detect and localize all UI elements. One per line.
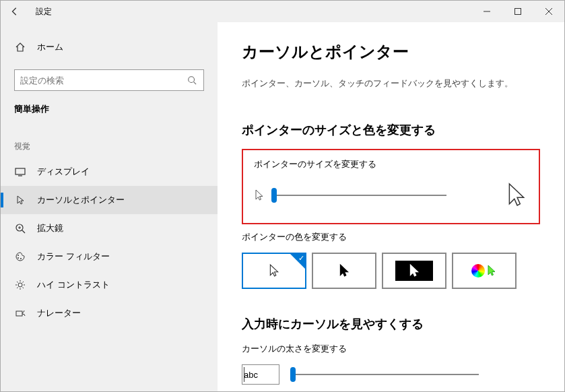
svg-line-23 [23, 282, 24, 283]
slider-thumb[interactable] [271, 188, 277, 203]
svg-point-14 [20, 258, 22, 259]
cursor-thickness-slider[interactable] [290, 374, 479, 375]
page-heading: カーソルとポインター [242, 41, 540, 63]
highlight-box: ポインターのサイズを変更する [242, 149, 540, 224]
sidebar-item-label: カーソルとポインター [37, 194, 125, 206]
search-box[interactable] [14, 69, 204, 91]
back-button[interactable] [1, 1, 29, 22]
svg-rect-1 [515, 9, 521, 15]
pointer-color-options [242, 253, 540, 289]
color-option-custom[interactable] [452, 253, 517, 289]
color-option-inverted[interactable] [382, 253, 446, 289]
section-heading: ポインターのサイズと色を変更する [242, 122, 540, 138]
rainbow-icon [471, 264, 485, 277]
svg-line-5 [194, 82, 197, 85]
svg-line-9 [22, 230, 25, 233]
sidebar-item-narrator[interactable]: ナレーター [1, 299, 218, 327]
cursor-thickness-row: abc [242, 364, 540, 385]
color-option-black[interactable] [312, 253, 376, 289]
svg-rect-6 [15, 168, 25, 174]
small-cursor-icon [254, 189, 265, 202]
black-bg [395, 261, 433, 281]
sidebar-item-high-contrast[interactable]: ハイ コントラスト [1, 271, 218, 299]
group-title: 簡単操作 [1, 103, 218, 129]
sidebar-item-cursor-pointer[interactable]: カーソルとポインター [1, 186, 218, 214]
pointer-size-slider[interactable] [271, 195, 446, 196]
home-label: ホーム [37, 41, 63, 53]
maximize-button[interactable] [502, 1, 533, 22]
page-description: ポインター、カーソル、タッチのフィードバックを見やすくします。 [242, 77, 540, 90]
window-title: 設定 [36, 6, 52, 18]
svg-rect-24 [16, 311, 22, 316]
caret-icon [244, 367, 244, 382]
pointer-size-slider-row [254, 180, 528, 211]
svg-line-22 [17, 288, 18, 289]
narrator-icon [14, 307, 26, 319]
slider-thumb[interactable] [290, 367, 296, 382]
content-pane: カーソルとポインター ポインター、カーソル、タッチのフィードバックを見やすくしま… [218, 22, 564, 392]
close-button[interactable] [533, 1, 564, 22]
sidebar-item-magnifier[interactable]: 拡大鏡 [1, 214, 218, 242]
svg-point-12 [18, 255, 19, 256]
sidebar-item-label: 拡大鏡 [37, 222, 63, 234]
sidebar-item-label: ナレーター [37, 307, 81, 319]
sidebar-item-color-filter[interactable]: カラー フィルター [1, 242, 218, 271]
contrast-icon [14, 279, 26, 291]
title-bar: 設定 [1, 1, 564, 22]
sidebar-item-label: カラー フィルター [37, 251, 110, 263]
magnifier-icon [14, 222, 26, 234]
home-nav[interactable]: ホーム [1, 34, 218, 60]
svg-line-21 [23, 288, 24, 289]
svg-point-13 [18, 257, 19, 259]
svg-point-15 [18, 283, 22, 287]
pointer-color-label: ポインターの色を変更する [242, 231, 540, 243]
cursor-icon [14, 194, 26, 206]
large-cursor-icon [505, 180, 528, 211]
pointer-size-label: ポインターのサイズを変更する [254, 158, 528, 170]
minimize-button[interactable] [471, 1, 502, 22]
svg-point-4 [189, 77, 195, 83]
search-icon [186, 74, 198, 86]
sample-text: abc [244, 370, 258, 380]
section-label: 視覚 [1, 129, 218, 158]
display-icon [14, 166, 26, 178]
check-icon [290, 254, 305, 269]
sidebar: ホーム 簡単操作 視覚 ディスプレイ カーソルとポインター 拡大鏡 カラー フィ… [1, 22, 218, 392]
palette-icon [14, 251, 26, 263]
thickness-preview: abc [242, 364, 279, 385]
color-option-white[interactable] [242, 253, 306, 289]
sidebar-item-label: ハイ コントラスト [37, 279, 110, 291]
sidebar-item-label: ディスプレイ [37, 166, 90, 178]
search-input[interactable] [20, 75, 186, 86]
home-icon [14, 41, 26, 53]
svg-line-20 [17, 282, 18, 283]
cursor-thickness-label: カーソルの太さを変更する [242, 343, 540, 355]
section-heading: 入力時にカーソルを見やすくする [242, 316, 540, 332]
sidebar-item-display[interactable]: ディスプレイ [1, 158, 218, 186]
